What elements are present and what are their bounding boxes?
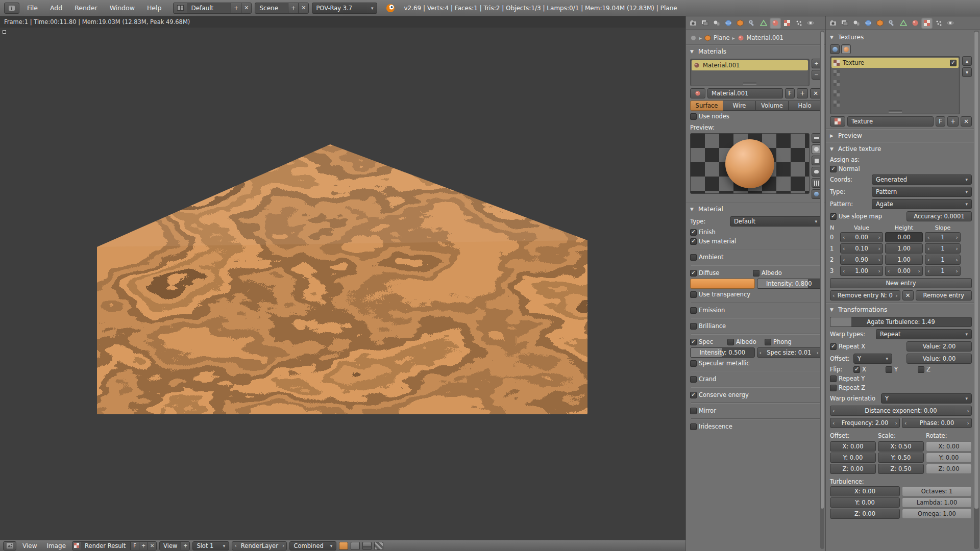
browse-texture-button[interactable] xyxy=(830,116,845,127)
finish-checkbox[interactable] xyxy=(690,229,697,236)
alpha-channel-toggle[interactable] xyxy=(362,542,372,550)
mode-volume-button[interactable]: Volume xyxy=(755,101,789,111)
rotate-y-field[interactable]: Y: 0.00 xyxy=(926,453,972,463)
scene-name[interactable]: Scene xyxy=(255,5,288,12)
material-name-field[interactable]: Material.001 xyxy=(707,88,783,98)
turbulence-y-field[interactable]: Y: 0.00 xyxy=(830,497,900,508)
brilliance-checkbox[interactable] xyxy=(690,323,697,330)
render-pass-dropdown[interactable]: Combined xyxy=(289,541,336,550)
ambient-checkbox[interactable] xyxy=(690,254,697,261)
slope-value-field[interactable]: 0.10 xyxy=(840,243,883,254)
diffuse-checkbox[interactable] xyxy=(690,270,697,277)
coords-dropdown[interactable]: Generated xyxy=(872,174,972,185)
tab-physics[interactable] xyxy=(805,17,816,29)
octaves-field[interactable]: Octaves: 1 xyxy=(902,486,972,496)
spec-checkbox[interactable] xyxy=(690,339,697,345)
warp-orientation-dropdown[interactable]: Y xyxy=(881,393,972,404)
tab-world[interactable] xyxy=(863,17,874,29)
distance-exponent-field[interactable]: Distance exponent: 0.00 xyxy=(830,406,972,416)
mode-wire-button[interactable]: Wire xyxy=(723,101,756,111)
texture-type-dropdown[interactable]: Pattern xyxy=(872,187,972,197)
tab-texture[interactable] xyxy=(781,17,793,29)
scale-x-field[interactable]: X: 0.50 xyxy=(878,441,924,452)
slope-slope-field[interactable]: 1 xyxy=(925,255,961,265)
diffuse-color-swatch[interactable] xyxy=(690,279,755,289)
material-panel-scrollbar[interactable] xyxy=(820,31,824,549)
tab-physics[interactable] xyxy=(945,17,956,29)
render-layer-cycler[interactable]: RenderLayer xyxy=(232,541,287,550)
active-texture-panel-header[interactable]: ▼ Active texture xyxy=(830,144,972,154)
delete-layout-button[interactable]: ✕ xyxy=(241,3,251,14)
material-panel-header[interactable]: ▼ Material xyxy=(690,204,821,214)
turbulence-z-field[interactable]: Z: 0.00 xyxy=(830,509,900,519)
tab-material[interactable] xyxy=(910,17,921,29)
tab-render-layers[interactable] xyxy=(839,17,850,29)
tab-particles[interactable] xyxy=(793,17,804,29)
rotate-x-field[interactable]: X: 0.00 xyxy=(926,441,972,452)
texture-slot-empty[interactable] xyxy=(831,98,959,109)
spec-albedo-checkbox[interactable] xyxy=(727,339,734,345)
texture-panel-scrollbar[interactable] xyxy=(974,31,979,549)
tab-material[interactable] xyxy=(770,17,781,29)
frequency-field[interactable]: Frequency: 2.00 xyxy=(830,418,900,428)
scale-z-field[interactable]: Z: 0.50 xyxy=(878,464,924,474)
tab-particles[interactable] xyxy=(933,17,944,29)
tab-object-data[interactable] xyxy=(758,17,769,29)
texture-slot-empty[interactable] xyxy=(831,88,959,98)
texture-new-button[interactable]: + xyxy=(947,116,959,127)
use-nodes-checkbox[interactable] xyxy=(690,113,697,120)
screen-layout-name[interactable]: Default xyxy=(187,5,231,12)
remove-entry-n-field[interactable]: Remove entry N: 0 xyxy=(830,290,900,300)
image-editor[interactable]: Frame:1 | Time:00:11.80 | Mem:19.03M (12… xyxy=(0,16,685,540)
browse-material-button[interactable] xyxy=(690,88,705,98)
screen-layout-browse-button[interactable] xyxy=(174,3,187,14)
flip-x-checkbox[interactable] xyxy=(853,366,860,373)
slope-height-field[interactable]: 1.00 xyxy=(885,243,923,254)
tab-object-data[interactable] xyxy=(898,17,909,29)
lambda-field[interactable]: Lambda: 1.00 xyxy=(902,497,972,508)
list-resize-grip[interactable] xyxy=(831,109,959,113)
offset-axis-dropdown[interactable]: Y xyxy=(853,354,892,364)
repeat-y-checkbox[interactable] xyxy=(830,375,837,382)
view-mode-widget[interactable]: View + xyxy=(159,541,190,550)
texture-name-field[interactable]: Texture xyxy=(847,116,934,127)
mirror-checkbox[interactable] xyxy=(690,408,697,414)
normal-checkbox[interactable] xyxy=(830,166,837,172)
material-unlink-button[interactable]: ✕ xyxy=(810,88,821,98)
use-slope-map-checkbox[interactable] xyxy=(830,213,837,220)
slope-height-field[interactable]: 0.00 xyxy=(885,266,923,276)
iridescence-checkbox[interactable] xyxy=(690,423,697,430)
remove-entry-x-button[interactable]: ✕ xyxy=(902,290,914,300)
move-texture-slot-down-button[interactable]: ▾ xyxy=(962,67,972,77)
repeat-x-checkbox[interactable] xyxy=(830,343,837,350)
delete-scene-button[interactable]: ✕ xyxy=(298,3,308,14)
texture-fake-user-button[interactable]: F xyxy=(936,116,945,127)
specular-metallic-checkbox[interactable] xyxy=(690,360,697,367)
draw-image-toggle[interactable] xyxy=(339,542,348,550)
texture-slot-empty[interactable] xyxy=(831,78,959,88)
phong-checkbox[interactable] xyxy=(765,339,771,345)
tab-world[interactable] xyxy=(723,17,734,29)
tab-object[interactable] xyxy=(734,17,746,29)
flip-z-checkbox[interactable] xyxy=(918,366,924,373)
image-new-button[interactable]: + xyxy=(139,541,148,550)
image-name[interactable]: Render Result xyxy=(81,542,130,549)
material-type-dropdown[interactable]: Default xyxy=(730,216,821,227)
color-channel-toggle[interactable] xyxy=(351,542,360,550)
rotate-z-field[interactable]: Z: 0.00 xyxy=(926,464,972,474)
breadcrumb-material[interactable]: Material.001 xyxy=(747,34,783,41)
tab-modifiers[interactable] xyxy=(746,17,757,29)
add-scene-button[interactable]: + xyxy=(288,3,298,14)
warp-types-dropdown[interactable]: Repeat xyxy=(876,329,972,339)
tab-render[interactable] xyxy=(688,17,699,29)
image-fake-user-button[interactable]: F xyxy=(130,541,139,550)
editor-type-button-image[interactable] xyxy=(3,541,16,550)
material-fake-user-button[interactable]: F xyxy=(785,88,795,98)
slope-value-field[interactable]: 0.00 xyxy=(840,232,883,242)
slope-height-field[interactable]: 1.00 xyxy=(885,255,923,265)
new-entry-button[interactable]: New entry xyxy=(830,278,972,288)
image-unlink-button[interactable]: ✕ xyxy=(148,541,156,550)
editor-2d-cursor[interactable] xyxy=(3,30,6,34)
texture-slot-empty[interactable] xyxy=(831,68,959,78)
material-new-button[interactable]: + xyxy=(797,88,808,98)
